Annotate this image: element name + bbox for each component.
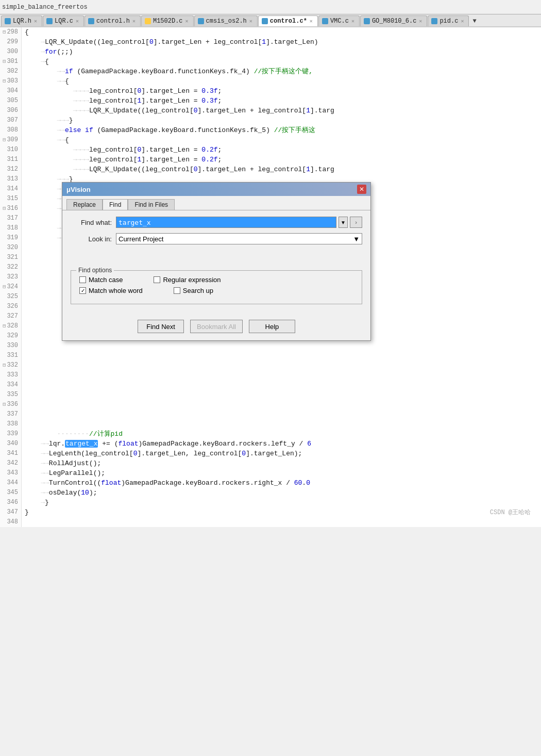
fold-button[interactable]: ⊟ <box>1 135 6 145</box>
fold-button[interactable]: ⊟ <box>1 204 6 213</box>
tab-cmsis_os2_h[interactable]: cmsis_os2.h ✕ <box>194 15 258 26</box>
indent-arrow: → <box>45 469 49 477</box>
line-number: 347 <box>0 507 22 517</box>
look-in-select[interactable]: Current Project ▼ <box>116 233 362 244</box>
find-what-dropdown[interactable]: ▼ <box>339 217 348 228</box>
line-content: } <box>22 507 541 517</box>
line-content <box>22 360 541 370</box>
find-dialog[interactable]: μVision ✕ ReplaceFindFind in Files Find … <box>62 182 371 341</box>
indent-arrow: → <box>85 166 89 173</box>
line-number: 339 <box>0 429 22 439</box>
fold-button[interactable]: ⊟ <box>1 360 6 370</box>
dialog-tab-find[interactable]: Find <box>103 199 128 210</box>
dialog-close-button[interactable]: ✕ <box>357 185 366 194</box>
fold-button[interactable]: ⊟ <box>1 282 6 292</box>
line-number: 344 <box>0 478 22 488</box>
find-what-arrow[interactable]: › <box>350 217 362 228</box>
line-content: →LQR_K_Update((leg_control[0].target_Len… <box>22 37 541 47</box>
search-up-checkbox[interactable] <box>174 287 180 294</box>
line-content: →→→→leg_control[0].target_Len = 0.2f; <box>22 145 541 155</box>
indent-arrow: → <box>45 450 49 457</box>
option-match-whole-word[interactable]: Match whole word <box>79 287 143 294</box>
line-number: 317 <box>0 213 22 223</box>
line-number: ⊟309 <box>0 135 22 145</box>
match-case-checkbox[interactable] <box>79 276 86 283</box>
fold-button[interactable]: ⊟ <box>1 27 6 37</box>
line-content <box>22 370 541 380</box>
tab-close-icon[interactable]: ✕ <box>33 18 38 24</box>
line-number: ⊟298 <box>0 27 22 37</box>
tab-go_m8010_6_c[interactable]: GO_M8010_6.c ✕ <box>360 15 427 26</box>
dot-indent: · <box>65 430 69 438</box>
tab-close-icon[interactable]: ✕ <box>460 18 464 24</box>
fold-button[interactable]: ⊟ <box>1 57 6 67</box>
code-line-344: 344 →→TurnControl((float)GamepadPackage.… <box>0 478 541 488</box>
option-match-case[interactable]: Match case <box>79 276 123 284</box>
tab-close-icon[interactable]: ✕ <box>418 18 422 24</box>
match-whole-word-label: Match whole word <box>89 287 143 294</box>
find-what-input[interactable] <box>116 217 336 228</box>
indent-arrow: → <box>85 107 89 114</box>
line-number: 330 <box>0 341 22 351</box>
help-button[interactable]: Help <box>249 320 295 333</box>
dialog-tab-replace[interactable]: Replace <box>66 199 103 210</box>
indent-arrow: → <box>41 38 45 46</box>
indent-arrow: → <box>81 97 85 105</box>
code-line-307: 307 →→→} <box>0 116 541 125</box>
indent-arrow: → <box>61 77 65 85</box>
tab-m1502d_c[interactable]: M1502D.c ✕ <box>141 15 194 26</box>
fold-button[interactable]: ⊟ <box>1 321 6 331</box>
code-line-306: 306 →→→→LQR_K_Update((leg_control[0].tar… <box>0 106 541 116</box>
dot-indent: · <box>81 430 85 438</box>
line-number: 319 <box>0 233 22 243</box>
regular-expression-label: Regular expression <box>163 276 221 284</box>
line-content: →→→→LQR_K_Update((leg_control[0].target_… <box>22 165 541 174</box>
tab-close-icon[interactable]: ✕ <box>132 18 136 24</box>
line-number: 314 <box>0 184 22 194</box>
indent-arrow: → <box>45 489 49 497</box>
line-number: 348 <box>0 517 22 527</box>
tab-overflow[interactable]: ▼ <box>469 16 479 26</box>
line-content <box>22 517 541 527</box>
tab-close-icon[interactable]: ✕ <box>351 18 355 24</box>
dialog-tab-find_in_files[interactable]: Find in Files <box>128 199 175 210</box>
fold-button[interactable]: ⊟ <box>1 400 6 409</box>
code-line-311: 311 →→→→leg_control[1].target_Len = 0.2f… <box>0 155 541 165</box>
code-line-341: 341 →→LegLenth(leg_control[0].target_Len… <box>0 449 541 458</box>
option-search-up[interactable]: Search up <box>174 287 213 294</box>
line-number: 302 <box>0 67 22 76</box>
option-regular-expression[interactable]: Regular expression <box>154 276 221 284</box>
tab-bar: LQR.h ✕ LQR.c ✕ control.h ✕ M1502D.c ✕ c… <box>0 14 541 27</box>
dot-indent: · <box>61 430 65 438</box>
code-line-308: 308 →→else if (GamepadPackage.keyBoard.f… <box>0 125 541 135</box>
tab-close-icon[interactable]: ✕ <box>249 18 253 24</box>
tab-lqr_c[interactable]: LQR.c ✕ <box>43 15 84 26</box>
line-content: { <box>22 27 541 37</box>
code-line-304: 304 →→→→leg_control[0].target_Len = 0.3f… <box>0 86 541 96</box>
code-line-347: 347} <box>0 507 541 517</box>
code-line-333: 333 <box>0 370 541 380</box>
tab-control_c_[interactable]: control.c* ✕ <box>258 15 318 26</box>
tab-close-icon[interactable]: ✕ <box>75 18 79 24</box>
tab-close-icon[interactable]: ✕ <box>309 18 313 24</box>
code-container: ⊟298{299 →LQR_K_Update((leg_control[0].t… <box>0 27 541 527</box>
code-line-336: ⊟336 <box>0 400 541 409</box>
regular-expression-checkbox[interactable] <box>154 276 160 283</box>
tab-lqr_h[interactable]: LQR.h ✕ <box>1 15 42 26</box>
indent-arrow: → <box>45 440 49 448</box>
tab-pid_c[interactable]: pid.c ✕ <box>428 15 469 26</box>
line-number: 311 <box>0 155 22 165</box>
indent-arrow: → <box>41 489 45 497</box>
tab-control_h[interactable]: control.h ✕ <box>84 15 141 26</box>
fold-button[interactable]: ⊟ <box>1 76 6 86</box>
tab-vmc_c[interactable]: VMC.c ✕ <box>318 15 360 26</box>
code-line-343: 343 →→LegParallel(); <box>0 468 541 478</box>
match-whole-word-checkbox[interactable] <box>79 287 86 294</box>
options-row-1: Match case Regular expression <box>79 276 353 284</box>
indent-arrow: → <box>61 136 65 144</box>
indent-arrow: → <box>81 156 85 163</box>
tab-close-icon[interactable]: ✕ <box>185 18 189 24</box>
line-number: 345 <box>0 488 22 498</box>
find-next-button[interactable]: Find Next <box>138 320 184 333</box>
indent-arrow: → <box>45 479 49 487</box>
